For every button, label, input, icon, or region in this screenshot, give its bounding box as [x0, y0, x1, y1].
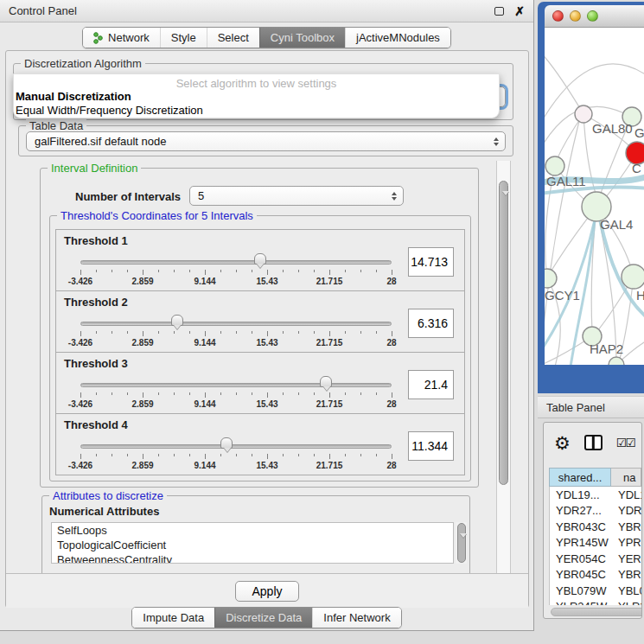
slider-tick-label: 15.43 — [256, 399, 277, 409]
slider-tick-label: 21.715 — [316, 461, 343, 470]
slider-tick — [345, 331, 346, 334]
float-window-icon[interactable] — [494, 7, 504, 16]
tab-cyni-toolbox[interactable]: Cyni Toolbox — [259, 28, 345, 48]
slider-tick — [80, 331, 81, 336]
split-columns-icon[interactable] — [584, 435, 603, 450]
numerical-attributes-list[interactable]: SelfLoopsTopologicalCoefficientBetweenne… — [51, 522, 454, 564]
table-row[interactable]: YDL19...YDL1 — [550, 487, 641, 503]
slider-thumb[interactable] — [171, 315, 183, 326]
gear-icon[interactable]: ⚙ — [554, 434, 571, 452]
network-edge[interactable] — [545, 49, 583, 114]
scrollbar-thumb[interactable] — [499, 181, 508, 485]
threshold-2-panel: Threshold 2-3.4262.8599.14415.4321.71528… — [55, 290, 465, 353]
threshold-2-slider[interactable]: -3.4262.8599.14415.4321.71528 — [73, 312, 399, 350]
slider-tick — [80, 392, 81, 398]
slider-tick — [174, 392, 175, 395]
combo-arrows-icon — [494, 137, 499, 146]
network-node-gal11[interactable] — [545, 156, 564, 175]
table-row[interactable]: YBR043CYBR0 — [550, 519, 641, 535]
network-node-h[interactable] — [622, 265, 644, 289]
network-node[interactable] — [609, 357, 624, 365]
attribute-list-item[interactable]: TopologicalCoefficient — [52, 538, 453, 552]
table-data-value: galFiltered.sif default node — [35, 135, 166, 148]
node-label: GAL80 — [592, 121, 633, 136]
column-header-shared-name[interactable]: shared... — [549, 468, 611, 487]
slider-tick — [80, 454, 81, 459]
network-window-titlebar[interactable] — [545, 5, 644, 28]
threshold-2-value-field[interactable]: 6.316 — [408, 309, 454, 338]
slider-tick-label: 21.715 — [316, 338, 343, 348]
tab-label: Network — [108, 31, 150, 44]
slider-tick — [236, 392, 237, 395]
tab-select[interactable]: Select — [207, 28, 259, 48]
apply-button[interactable]: Apply — [235, 581, 298, 602]
slider-track[interactable] — [80, 383, 392, 387]
popup-item-manual-discretization[interactable]: Manual Discretization — [14, 90, 499, 104]
table-panel: ⚙ ☑☑ shared... na YDL19...YDL1YDR27...YD… — [543, 422, 642, 619]
tab-network[interactable]: Network — [83, 28, 160, 48]
panel-vertical-scrollbar[interactable] — [496, 161, 511, 573]
threshold-1-slider[interactable]: -3.4262.8599.14415.4321.71528 — [73, 251, 399, 289]
threshold-3-value-field[interactable]: 21.4 — [408, 370, 454, 399]
network-node-gcy1[interactable] — [545, 269, 557, 288]
network-node-gal80[interactable] — [575, 105, 592, 123]
table-row[interactable]: YBL079WYBL0 — [550, 583, 641, 599]
slider-tick — [143, 454, 143, 459]
slider-tick-label: 2.859 — [131, 277, 153, 286]
slider-thumb[interactable] — [320, 376, 332, 387]
threshold-4-value-field[interactable]: 11.344 — [408, 431, 454, 461]
attribute-list-item[interactable]: SelfLoops — [52, 523, 453, 538]
popup-item-equal-width-frequency[interactable]: Equal Width/Frequency Discretization — [14, 104, 499, 118]
zoom-traffic-light-icon[interactable] — [587, 10, 598, 22]
slider-track[interactable] — [80, 322, 392, 326]
slider-tick — [267, 454, 268, 459]
slider-tick-label: 21.715 — [316, 399, 343, 409]
column-header-name[interactable]: na — [611, 468, 641, 487]
select-columns-checkboxes-icon[interactable]: ☑☑ — [616, 436, 634, 450]
node-label: GCY1 — [545, 288, 580, 303]
tab-style[interactable]: Style — [160, 28, 207, 48]
table-row[interactable]: YPR145WYPR1 — [550, 535, 641, 552]
table-row[interactable]: YBR045CYBR0 — [550, 567, 641, 583]
slider-thumb[interactable] — [220, 437, 233, 449]
number-of-intervals-select[interactable]: 5 — [189, 186, 404, 206]
tab-label: Discretize Data — [226, 611, 302, 624]
slider-tick — [392, 270, 392, 275]
threshold-label: Threshold 2 — [64, 296, 128, 309]
tab-jactivemnodules[interactable]: jActiveMNodules — [345, 28, 450, 48]
slider-track[interactable] — [80, 260, 392, 265]
minimize-traffic-light-icon[interactable] — [570, 10, 581, 22]
bottom-tab-infer-network[interactable]: Infer Network — [312, 608, 400, 628]
slider-track[interactable] — [80, 444, 392, 449]
slider-tick — [220, 270, 221, 272]
slider-tick — [112, 454, 112, 456]
table-row[interactable]: YDR27...YDR2 — [550, 503, 641, 520]
slider-tick — [158, 270, 159, 272]
threshold-1-value-field[interactable]: 14.713 — [408, 247, 454, 277]
network-canvas[interactable]: GAL80GACGAL11GAL4GCY1HHAP2 — [545, 28, 644, 365]
slider-tick — [360, 392, 361, 395]
close-traffic-light-icon[interactable] — [552, 10, 564, 22]
slider-tick — [96, 392, 97, 395]
threshold-3-slider[interactable]: -3.4262.8599.14415.4321.71528 — [73, 373, 399, 411]
table-data-select[interactable]: galFiltered.sif default node — [26, 131, 506, 151]
attributes-list-scrollbar[interactable] — [456, 522, 467, 564]
attribute-list-item[interactable]: BetweennessCentrality — [52, 552, 453, 564]
slider-thumb[interactable] — [254, 253, 266, 265]
slider-tick — [314, 454, 315, 456]
table-row[interactable]: YLR345WYLR3 — [550, 599, 641, 606]
shared-name-cell: YLR345W — [550, 599, 612, 606]
table-row[interactable]: YER054CYER0 — [550, 551, 641, 567]
slider-tick — [236, 331, 237, 334]
table-rows: YDL19...YDL1YDR27...YDR2YBR043CYBR0YPR14… — [549, 487, 641, 605]
popup-hint: Select algorithm to view settings — [14, 74, 499, 90]
bottom-tab-bar: Impute DataDiscretize DataInfer Network — [0, 607, 533, 628]
table-data-group: Table Data galFiltered.sif default node — [18, 125, 513, 156]
slider-tick — [298, 331, 299, 334]
threshold-4-slider[interactable]: -3.4262.8599.14415.4321.71528 — [73, 435, 399, 473]
threshold-4-panel: Threshold 4-3.4262.8599.14415.4321.71528… — [55, 413, 465, 475]
bottom-tab-discretize-data[interactable]: Discretize Data — [214, 608, 312, 628]
table-horizontal-scrollbar[interactable] — [551, 608, 642, 616]
bottom-tab-impute-data[interactable]: Impute Data — [132, 608, 214, 628]
close-icon[interactable]: ✗ — [514, 5, 525, 17]
